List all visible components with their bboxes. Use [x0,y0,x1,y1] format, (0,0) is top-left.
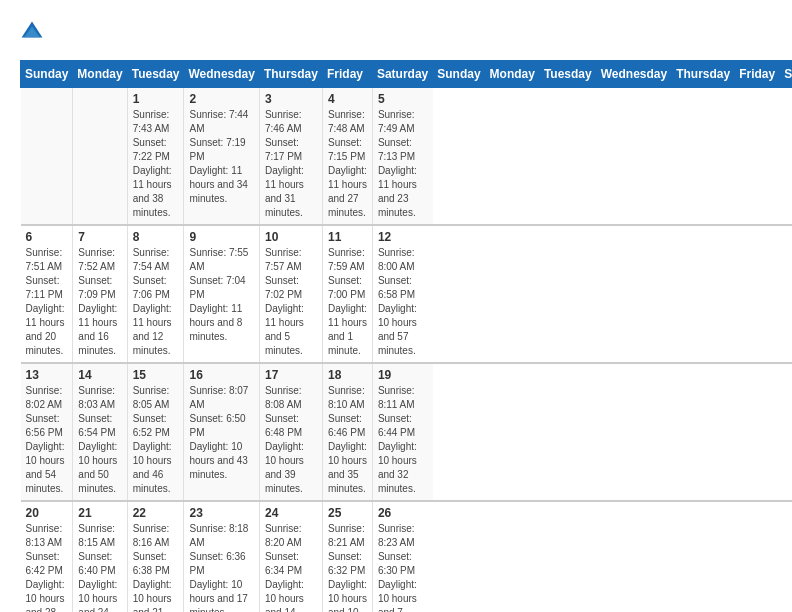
day-number: 5 [378,92,428,106]
day-info: Sunrise: 8:18 AMSunset: 6:36 PMDaylight:… [189,522,253,612]
logo [20,20,48,44]
day-of-week-header: Monday [485,61,539,88]
calendar-day-cell: 24Sunrise: 8:20 AMSunset: 6:34 PMDayligh… [259,501,322,612]
day-number: 15 [133,368,179,382]
day-info: Sunrise: 8:21 AMSunset: 6:32 PMDaylight:… [328,522,367,612]
day-info: Sunrise: 7:57 AMSunset: 7:02 PMDaylight:… [265,246,317,358]
page-header [20,20,772,44]
day-info: Sunrise: 7:51 AMSunset: 7:11 PMDaylight:… [26,246,68,358]
calendar-day-cell: 5Sunrise: 7:49 AMSunset: 7:13 PMDaylight… [372,88,432,226]
day-of-week-header: Saturday [372,61,432,88]
day-number: 2 [189,92,253,106]
day-info: Sunrise: 8:10 AMSunset: 6:46 PMDaylight:… [328,384,367,496]
calendar-day-cell: 11Sunrise: 7:59 AMSunset: 7:00 PMDayligh… [322,225,372,363]
day-info: Sunrise: 7:48 AMSunset: 7:15 PMDaylight:… [328,108,367,220]
day-of-week-header: Friday [735,61,780,88]
calendar-day-cell: 10Sunrise: 7:57 AMSunset: 7:02 PMDayligh… [259,225,322,363]
day-info: Sunrise: 7:44 AMSunset: 7:19 PMDaylight:… [189,108,253,206]
day-number: 23 [189,506,253,520]
day-number: 16 [189,368,253,382]
calendar-day-cell: 14Sunrise: 8:03 AMSunset: 6:54 PMDayligh… [73,363,127,501]
day-number: 13 [26,368,68,382]
day-number: 26 [378,506,428,520]
day-info: Sunrise: 8:15 AMSunset: 6:40 PMDaylight:… [78,522,121,612]
calendar-day-cell: 9Sunrise: 7:55 AMSunset: 7:04 PMDaylight… [184,225,259,363]
day-of-week-header: Wednesday [184,61,259,88]
calendar-day-cell: 4Sunrise: 7:48 AMSunset: 7:15 PMDaylight… [322,88,372,226]
day-of-week-header: Monday [73,61,127,88]
calendar-table: SundayMondayTuesdayWednesdayThursdayFrid… [20,60,792,612]
day-number: 6 [26,230,68,244]
calendar-day-cell: 16Sunrise: 8:07 AMSunset: 6:50 PMDayligh… [184,363,259,501]
day-info: Sunrise: 7:55 AMSunset: 7:04 PMDaylight:… [189,246,253,344]
day-number: 14 [78,368,121,382]
day-info: Sunrise: 8:11 AMSunset: 6:44 PMDaylight:… [378,384,428,496]
calendar-day-cell: 19Sunrise: 8:11 AMSunset: 6:44 PMDayligh… [372,363,432,501]
day-number: 20 [26,506,68,520]
day-number: 9 [189,230,253,244]
calendar-day-cell: 13Sunrise: 8:02 AMSunset: 6:56 PMDayligh… [21,363,73,501]
day-info: Sunrise: 8:03 AMSunset: 6:54 PMDaylight:… [78,384,121,496]
calendar-day-cell: 3Sunrise: 7:46 AMSunset: 7:17 PMDaylight… [259,88,322,226]
day-of-week-header: Friday [322,61,372,88]
day-of-week-header: Tuesday [127,61,184,88]
day-number: 18 [328,368,367,382]
calendar-day-cell: 17Sunrise: 8:08 AMSunset: 6:48 PMDayligh… [259,363,322,501]
day-of-week-header: Wednesday [596,61,671,88]
calendar-day-cell [21,88,73,226]
calendar-day-cell: 21Sunrise: 8:15 AMSunset: 6:40 PMDayligh… [73,501,127,612]
calendar-day-cell: 7Sunrise: 7:52 AMSunset: 7:09 PMDaylight… [73,225,127,363]
calendar-day-cell: 1Sunrise: 7:43 AMSunset: 7:22 PMDaylight… [127,88,184,226]
calendar-day-cell: 26Sunrise: 8:23 AMSunset: 6:30 PMDayligh… [372,501,432,612]
day-number: 10 [265,230,317,244]
day-of-week-header: Thursday [259,61,322,88]
calendar-week-row: 1Sunrise: 7:43 AMSunset: 7:22 PMDaylight… [21,88,793,226]
day-number: 7 [78,230,121,244]
day-of-week-header: Tuesday [539,61,596,88]
day-of-week-header: Thursday [672,61,735,88]
day-info: Sunrise: 8:08 AMSunset: 6:48 PMDaylight:… [265,384,317,496]
calendar-day-cell: 22Sunrise: 8:16 AMSunset: 6:38 PMDayligh… [127,501,184,612]
calendar-day-cell: 25Sunrise: 8:21 AMSunset: 6:32 PMDayligh… [322,501,372,612]
day-of-week-header: Sunday [21,61,73,88]
calendar-week-row: 20Sunrise: 8:13 AMSunset: 6:42 PMDayligh… [21,501,793,612]
day-number: 8 [133,230,179,244]
day-info: Sunrise: 8:05 AMSunset: 6:52 PMDaylight:… [133,384,179,496]
calendar-day-cell: 20Sunrise: 8:13 AMSunset: 6:42 PMDayligh… [21,501,73,612]
day-info: Sunrise: 8:16 AMSunset: 6:38 PMDaylight:… [133,522,179,612]
calendar-day-cell: 12Sunrise: 8:00 AMSunset: 6:58 PMDayligh… [372,225,432,363]
calendar-day-cell [73,88,127,226]
day-info: Sunrise: 8:00 AMSunset: 6:58 PMDaylight:… [378,246,428,358]
calendar-week-row: 13Sunrise: 8:02 AMSunset: 6:56 PMDayligh… [21,363,793,501]
day-number: 4 [328,92,367,106]
day-info: Sunrise: 7:54 AMSunset: 7:06 PMDaylight:… [133,246,179,358]
day-info: Sunrise: 7:46 AMSunset: 7:17 PMDaylight:… [265,108,317,220]
calendar-day-cell: 8Sunrise: 7:54 AMSunset: 7:06 PMDaylight… [127,225,184,363]
day-info: Sunrise: 7:49 AMSunset: 7:13 PMDaylight:… [378,108,428,220]
day-info: Sunrise: 7:59 AMSunset: 7:00 PMDaylight:… [328,246,367,358]
day-info: Sunrise: 8:23 AMSunset: 6:30 PMDaylight:… [378,522,428,612]
calendar-day-cell: 18Sunrise: 8:10 AMSunset: 6:46 PMDayligh… [322,363,372,501]
day-number: 12 [378,230,428,244]
day-number: 22 [133,506,179,520]
day-number: 19 [378,368,428,382]
day-number: 11 [328,230,367,244]
day-number: 17 [265,368,317,382]
day-number: 25 [328,506,367,520]
day-info: Sunrise: 7:52 AMSunset: 7:09 PMDaylight:… [78,246,121,358]
calendar-day-cell: 23Sunrise: 8:18 AMSunset: 6:36 PMDayligh… [184,501,259,612]
day-number: 3 [265,92,317,106]
day-info: Sunrise: 7:43 AMSunset: 7:22 PMDaylight:… [133,108,179,220]
day-number: 1 [133,92,179,106]
day-info: Sunrise: 8:07 AMSunset: 6:50 PMDaylight:… [189,384,253,482]
day-info: Sunrise: 8:02 AMSunset: 6:56 PMDaylight:… [26,384,68,496]
day-number: 24 [265,506,317,520]
calendar-day-cell: 2Sunrise: 7:44 AMSunset: 7:19 PMDaylight… [184,88,259,226]
day-of-week-header: Saturday [780,61,792,88]
calendar-day-cell: 6Sunrise: 7:51 AMSunset: 7:11 PMDaylight… [21,225,73,363]
calendar-week-row: 6Sunrise: 7:51 AMSunset: 7:11 PMDaylight… [21,225,793,363]
day-of-week-header: Sunday [433,61,485,88]
logo-icon [20,20,44,44]
day-info: Sunrise: 8:13 AMSunset: 6:42 PMDaylight:… [26,522,68,612]
calendar-header-row: SundayMondayTuesdayWednesdayThursdayFrid… [21,61,793,88]
